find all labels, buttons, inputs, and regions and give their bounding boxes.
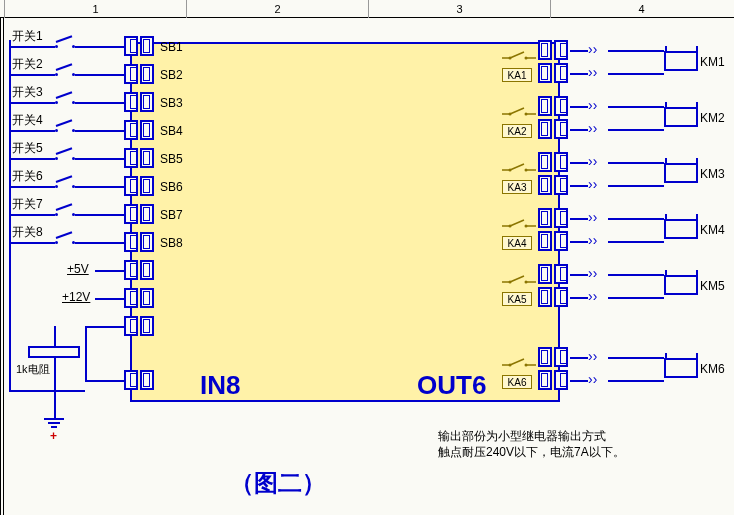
port-sb1 — [124, 36, 138, 56]
port-5v — [124, 260, 138, 280]
resistor-icon — [28, 346, 80, 358]
wire — [608, 106, 664, 108]
port-outB1 — [538, 63, 552, 83]
arrow-icon: ›› — [588, 371, 597, 387]
switch-label-2: 开关2 — [11, 56, 44, 73]
switch-icon — [55, 68, 75, 78]
wire — [570, 129, 588, 131]
svg-line-22 — [510, 276, 524, 282]
wire — [608, 297, 664, 299]
wire — [608, 274, 664, 276]
port-outA5b — [554, 264, 568, 284]
wire — [54, 326, 56, 346]
ruler-3: 3 — [368, 0, 550, 18]
wire — [54, 358, 56, 420]
wire — [570, 73, 588, 75]
wire — [9, 130, 55, 132]
wire — [75, 130, 125, 132]
km5-coil — [664, 275, 698, 295]
ruler-1: 1 — [4, 0, 186, 18]
out6-label: OUT6 — [417, 370, 486, 401]
port-5vb — [140, 260, 154, 280]
km1-coil — [664, 51, 698, 71]
port-12vb — [140, 288, 154, 308]
km5-label: KM5 — [700, 279, 725, 293]
port-sb4 — [124, 120, 138, 140]
port-sb2b — [140, 64, 154, 84]
wire — [9, 46, 55, 48]
arrow-icon: ›› — [588, 120, 597, 136]
wire — [608, 241, 664, 243]
wire — [9, 214, 55, 216]
port-sb8 — [124, 232, 138, 252]
port-sb2 — [124, 64, 138, 84]
switch-label-7: 开关7 — [11, 196, 44, 213]
arrow-icon: ›› — [588, 288, 597, 304]
port-outB6 — [538, 370, 552, 390]
ka4-label: KA4 — [502, 236, 532, 250]
wire — [85, 326, 87, 382]
sb5-label: SB5 — [160, 152, 183, 166]
sb1-label: SB1 — [160, 40, 183, 54]
km3-label: KM3 — [700, 167, 725, 181]
ruler-4: 4 — [550, 0, 732, 18]
switch-label-5: 开关5 — [11, 140, 44, 157]
left-margin — [0, 18, 4, 515]
port-sb4b — [140, 120, 154, 140]
km6-coil — [664, 358, 698, 378]
port-outA4 — [538, 208, 552, 228]
12v-label: +12V — [62, 290, 90, 304]
wire — [608, 218, 664, 220]
5v-label: +5V — [67, 262, 89, 276]
port-extra1 — [124, 316, 138, 336]
wire — [75, 186, 125, 188]
figure-label: （图二） — [230, 467, 326, 499]
port-outA2 — [538, 96, 552, 116]
port-outA2b — [554, 96, 568, 116]
km4-coil — [664, 219, 698, 239]
svg-line-27 — [510, 359, 524, 365]
wire — [75, 242, 125, 244]
port-outA3 — [538, 152, 552, 172]
wire — [570, 106, 588, 108]
port-outA5 — [538, 264, 552, 284]
wire — [9, 74, 55, 76]
arrow-icon: ›› — [588, 209, 597, 225]
wire — [85, 326, 125, 328]
wire — [608, 185, 664, 187]
wire — [75, 102, 125, 104]
port-outB3 — [538, 175, 552, 195]
wire — [95, 298, 125, 300]
arrow-icon: ›› — [588, 41, 597, 57]
port-outA1 — [538, 40, 552, 60]
wire — [608, 50, 664, 52]
arrow-icon: ›› — [588, 153, 597, 169]
wire — [75, 158, 125, 160]
svg-line-12 — [510, 164, 524, 170]
wire — [570, 162, 588, 164]
switch-label-3: 开关3 — [11, 84, 44, 101]
switch-label-1: 开关1 — [11, 28, 44, 45]
ruler: 1 2 3 4 — [0, 0, 734, 18]
port-outB2 — [538, 119, 552, 139]
wire — [570, 357, 588, 359]
svg-line-2 — [510, 52, 524, 58]
km2-coil — [664, 107, 698, 127]
svg-line-17 — [510, 220, 524, 226]
arrow-icon: ›› — [588, 97, 597, 113]
port-outA1b — [554, 40, 568, 60]
port-sb8b — [140, 232, 154, 252]
relay-contact-icon — [502, 160, 536, 178]
relay-contact-icon — [502, 104, 536, 122]
wire — [9, 186, 55, 188]
wire — [85, 380, 125, 382]
port-outA6b — [554, 347, 568, 367]
arrow-icon: ›› — [588, 176, 597, 192]
resistor-label: 1k电阻 — [16, 362, 50, 377]
module-block — [130, 42, 560, 402]
km3-coil — [664, 163, 698, 183]
port-outA4b — [554, 208, 568, 228]
port-outB1b — [554, 63, 568, 83]
wire — [9, 390, 85, 392]
relay-contact-icon — [502, 355, 536, 373]
